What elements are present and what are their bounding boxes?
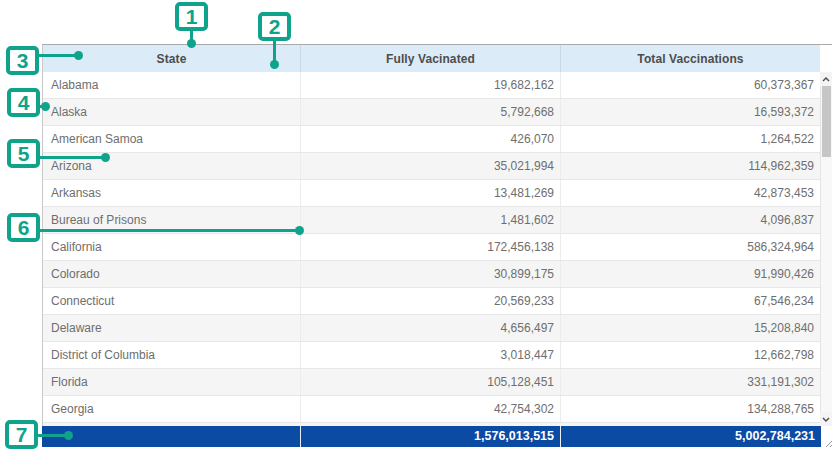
summary-fully-vacinated: 1,576,013,515 [300, 426, 560, 447]
cell-total-vaccinations: 134,288,765 [560, 396, 820, 422]
cell-total-vaccinations: 67,546,234 [560, 288, 820, 314]
cell-state: Arkansas [43, 180, 300, 206]
chevron-up-icon [822, 77, 830, 82]
table-row[interactable]: Georgia 42,754,302 134,288,765 [43, 396, 820, 423]
cell-state: California [43, 234, 300, 260]
callout-3-marker: 3 [6, 46, 39, 75]
callout-3-line [37, 54, 78, 57]
cell-state: Delaware [43, 315, 300, 341]
table-header-row: State Fully Vacinated Total Vaccinations [43, 45, 820, 72]
summary-row: 1,576,013,515 5,002,784,231 [42, 426, 821, 447]
table-row[interactable]: Colorado 30,899,175 91,990,426 [43, 261, 820, 288]
callout-7-dot [64, 431, 73, 440]
cell-total-vaccinations: 91,990,426 [560, 261, 820, 287]
resize-grip-icon[interactable] [824, 439, 833, 448]
cell-state: Georgia [43, 396, 300, 422]
callout-5-line [38, 156, 105, 159]
cell-total-vaccinations: 12,662,798 [560, 342, 820, 368]
cell-fully-vacinated: 13,481,269 [300, 180, 560, 206]
cell-fully-vacinated: 426,070 [300, 126, 560, 152]
callout-2-marker: 2 [258, 12, 291, 41]
table-row[interactable]: California 172,456,138 586,324,964 [43, 234, 820, 261]
cell-fully-vacinated: 30,899,175 [300, 261, 560, 287]
column-header-total-vaccinations[interactable]: Total Vaccinations [560, 45, 820, 72]
cell-fully-vacinated: 20,569,233 [300, 288, 560, 314]
column-header-fully-vacinated[interactable]: Fully Vacinated [300, 45, 560, 72]
callout-6-dot [295, 226, 304, 235]
cell-fully-vacinated: 1,481,602 [300, 207, 560, 233]
summary-state-cell [42, 426, 300, 447]
cell-state: Alabama [43, 72, 300, 98]
callout-2-dot [270, 60, 279, 69]
chevron-down-icon [822, 417, 830, 422]
scrollbar-up-button[interactable] [820, 72, 832, 86]
cell-total-vaccinations: 331,191,302 [560, 369, 820, 395]
callout-4-dot [41, 102, 50, 111]
callout-6-line [38, 229, 299, 232]
cell-state: Alaska [43, 99, 300, 125]
cell-total-vaccinations: 4,096,837 [560, 207, 820, 233]
cell-state: Colorado [43, 261, 300, 287]
cell-total-vaccinations: 60,373,367 [560, 72, 820, 98]
cell-fully-vacinated: 3,018,447 [300, 342, 560, 368]
summary-total-vaccinations: 5,002,784,231 [560, 426, 821, 447]
table-row[interactable]: Florida 105,128,451 331,191,302 [43, 369, 820, 396]
cell-fully-vacinated: 105,128,451 [300, 369, 560, 395]
callout-4-marker: 4 [7, 88, 40, 117]
table-row[interactable]: Arizona 35,021,994 114,962,359 [43, 153, 820, 180]
table-row[interactable]: Delaware 4,656,497 15,208,840 [43, 315, 820, 342]
cell-state: Florida [43, 369, 300, 395]
screenshot-stage: State Fully Vacinated Total Vaccinations… [0, 0, 833, 453]
callout-7-marker: 7 [5, 420, 38, 449]
cell-total-vaccinations: 15,208,840 [560, 315, 820, 341]
cell-fully-vacinated: 35,021,994 [300, 153, 560, 179]
table-row[interactable]: Alabama 19,682,162 60,373,367 [43, 72, 820, 99]
cell-fully-vacinated: 4,656,497 [300, 315, 560, 341]
cell-total-vaccinations: 16,593,372 [560, 99, 820, 125]
table-body: Alabama 19,682,162 60,373,367 Alaska 5,7… [43, 72, 820, 426]
cell-fully-vacinated: 19,682,162 [300, 72, 560, 98]
callout-6-marker: 6 [7, 213, 40, 242]
callout-1-marker: 1 [175, 2, 208, 31]
cell-state: District of Columbia [43, 342, 300, 368]
table-row[interactable]: American Samoa 426,070 1,264,522 [43, 126, 820, 153]
callout-3-dot [74, 51, 83, 60]
cell-state: American Samoa [43, 126, 300, 152]
table-row[interactable]: Alaska 5,792,668 16,593,372 [43, 99, 820, 126]
callout-5-marker: 5 [7, 139, 40, 168]
cell-fully-vacinated: 42,754,302 [300, 396, 560, 422]
cell-total-vaccinations: 1,264,522 [560, 126, 820, 152]
callout-1-dot [187, 39, 196, 48]
table-row[interactable]: Connecticut 20,569,233 67,546,234 [43, 288, 820, 315]
cell-total-vaccinations: 114,962,359 [560, 153, 820, 179]
cell-total-vaccinations: 586,324,964 [560, 234, 820, 260]
table-row[interactable]: District of Columbia 3,018,447 12,662,79… [43, 342, 820, 369]
table-row[interactable]: Arkansas 13,481,269 42,873,453 [43, 180, 820, 207]
cell-fully-vacinated: 5,792,668 [300, 99, 560, 125]
scrollbar-thumb[interactable] [822, 86, 831, 157]
cell-fully-vacinated: 172,456,138 [300, 234, 560, 260]
callout-5-dot [101, 153, 110, 162]
cell-total-vaccinations: 42,873,453 [560, 180, 820, 206]
scrollbar-down-button[interactable] [820, 412, 832, 426]
cell-state: Connecticut [43, 288, 300, 314]
